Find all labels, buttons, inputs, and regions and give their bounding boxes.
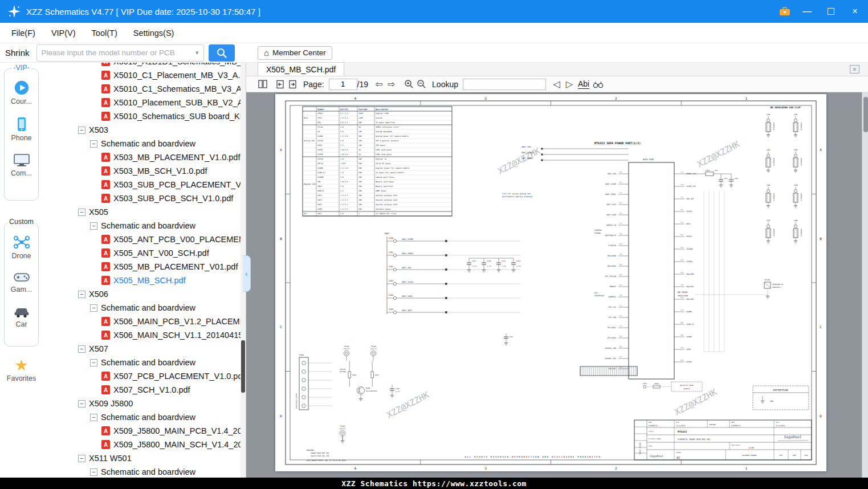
- menu-item-filef[interactable]: File(F): [3, 28, 43, 38]
- svg-text:XZZ@XZZHK: XZZ@XZZHK: [673, 387, 719, 418]
- svg-text:Z104: Z104: [389, 294, 393, 296]
- svg-text:VBAT_VUSB: VBAT_VUSB: [606, 214, 616, 216]
- tree-item-pdf[interactable]: AX5010_A1B1D1_Schematics_MB_V...: [43, 63, 246, 68]
- close-tab-icon[interactable]: ✕: [850, 65, 859, 74]
- tree-item-folder[interactable]: −X503: [43, 123, 246, 137]
- collapse-icon[interactable]: −: [78, 400, 85, 408]
- svg-text:1.2~1.8: 1.2~1.8: [340, 167, 348, 169]
- svg-text:F11: F11: [680, 172, 683, 173]
- collapse-icon[interactable]: −: [78, 291, 85, 298]
- tree-scrollbar-thumb[interactable]: [241, 340, 245, 393]
- tree-item-pdf[interactable]: AX503_SUB_PCB_PLACEMENT_V1.0: [43, 178, 246, 191]
- viewer-scrollbar[interactable]: [862, 92, 868, 478]
- search-button[interactable]: [209, 44, 235, 62]
- tree-item-pdf[interactable]: AX506_MAIN_SCH_V1.1_20140415_: [43, 328, 246, 342]
- lookup-input[interactable]: [463, 79, 546, 90]
- tree-item-pdf[interactable]: AX505_MB_SCH.pdf: [43, 274, 246, 287]
- match-case-button[interactable]: Abi: [578, 80, 589, 89]
- tree-item-pdf[interactable]: AX5010_Placement_SUB_KB_V2_A.p: [43, 96, 246, 109]
- vip-briefcase-icon[interactable]: [779, 6, 790, 17]
- tree-item-pdf[interactable]: AX5010_C1_Schematics_MB_V3_A.p: [43, 82, 246, 96]
- tree-item-pdf[interactable]: AX509_J5800_MAIN_PCB_V1.4_2015: [43, 424, 246, 438]
- svg-text:4.7uF: 4.7uF: [487, 265, 491, 267]
- close-button[interactable]: ×: [847, 4, 862, 19]
- viewer-scrollbar-thumb[interactable]: [863, 97, 868, 132]
- svg-text:RTC_32K1V8: RTC_32K1V8: [605, 275, 616, 278]
- zoom-in-icon[interactable]: [402, 78, 415, 91]
- tree-item-folder[interactable]: −X507: [43, 342, 246, 356]
- tree-item-folder[interactable]: −Schematic and boardview: [43, 137, 246, 150]
- zoom-out-icon[interactable]: [415, 78, 427, 91]
- panel-collapse-handle[interactable]: ‹: [243, 255, 251, 292]
- tree-item-folder[interactable]: −Schematic and boardview: [43, 465, 246, 478]
- collapse-icon[interactable]: −: [90, 140, 97, 148]
- tree-item-folder[interactable]: −Schematic and boardview: [43, 410, 246, 424]
- find-next-icon[interactable]: ▷: [563, 78, 576, 91]
- tree-item-folder[interactable]: −Schematic and boardview: [43, 356, 246, 369]
- model-search-input[interactable]: [42, 48, 193, 57]
- document-tab[interactable]: X505_MB_SCH.pdf: [258, 62, 344, 76]
- collapse-icon[interactable]: −: [78, 127, 85, 134]
- tree-item-pdf[interactable]: AX509_J5800_MAIN_SCH_V1.4_2015: [43, 438, 246, 451]
- model-search-combobox[interactable]: ▾: [36, 44, 204, 62]
- sidebar-item-phone[interactable]: Phone: [5, 116, 38, 142]
- sidebar-item-favorites[interactable]: ★ Favorites: [0, 358, 43, 382]
- binoculars-icon[interactable]: [592, 78, 604, 91]
- tree-item-pdf[interactable]: AX5010_C1_Placement_MB_V3_A.p...: [43, 68, 246, 82]
- collapse-icon[interactable]: −: [90, 359, 97, 366]
- tree-item-pdf[interactable]: AX507_PCB_PLACEMENT_V1.0.pdf: [43, 369, 246, 383]
- tree-item-folder[interactable]: −Schematic and boardview: [43, 219, 246, 233]
- svg-text:VMC: VMC: [317, 181, 321, 183]
- svg-text:DOCUMENT NUMBER: DOCUMENT NUMBER: [742, 454, 757, 457]
- tree-item-pdf[interactable]: AX505_ANT_PCB_V00_PLACEMENT: [43, 233, 246, 246]
- page-forward-icon[interactable]: [286, 78, 299, 91]
- tree-item-pdf[interactable]: AX506_MAIN_PCB_V1.2_PLACEMEN: [43, 315, 246, 328]
- previous-page-icon[interactable]: ⇦: [373, 78, 385, 91]
- sidebar-item-drone[interactable]: Drone: [5, 234, 38, 260]
- collapse-icon[interactable]: −: [78, 455, 85, 462]
- collapse-icon[interactable]: −: [78, 209, 85, 216]
- sidebar-item-car[interactable]: Car: [5, 305, 38, 328]
- page-number-input[interactable]: [329, 79, 357, 90]
- sidebar-item-game[interactable]: Gam...: [5, 271, 38, 294]
- collapse-icon[interactable]: −: [90, 222, 97, 230]
- svg-text:ENLLED2: ENLLED2: [686, 298, 694, 300]
- member-center-button[interactable]: ⌂ Member Center: [258, 46, 332, 60]
- tree-item-pdf[interactable]: AX5010_Schematics_SUB board_KB: [43, 109, 246, 123]
- two-page-view-icon[interactable]: [256, 78, 269, 91]
- collapse-icon[interactable]: −: [78, 345, 85, 353]
- menu-item-vipv[interactable]: VIP(V): [43, 28, 84, 38]
- tree-item-folder[interactable]: −X511 W501: [43, 451, 246, 465]
- tree-item-folder[interactable]: −X505: [43, 205, 246, 219]
- tree-item-folder[interactable]: −X506: [43, 287, 246, 301]
- tree-item-folder[interactable]: −X509 J5800: [43, 397, 246, 410]
- collapse-icon[interactable]: −: [90, 468, 97, 476]
- svg-text:KPLED: KPLED: [686, 235, 692, 238]
- collapse-icon[interactable]: −: [90, 304, 97, 312]
- tree-item-pdf[interactable]: AX505_ANT_V00_SCH.pdf: [43, 246, 246, 260]
- svg-text:IO power for camera module: IO power for camera module: [376, 172, 404, 174]
- tree-item-pdf[interactable]: AX503_SUB_PCB_SCH_V1.0.pdf: [43, 191, 246, 205]
- shrink-button[interactable]: Shrink: [5, 48, 30, 58]
- tree-item-pdf[interactable]: AX505_MB_PLACEMENT_V01.pdf: [43, 260, 246, 274]
- sidebar-item-computer[interactable]: Com...: [5, 153, 38, 177]
- titlebar[interactable]: XZZ Schematics V4.77 [ VIP Due date: 202…: [0, 0, 868, 23]
- maximize-button[interactable]: [824, 4, 838, 19]
- pdf-page[interactable]: 44332211AABBCCDDXZZ@XZZHKXZZ@XZZHKXZZ@XZ…: [275, 94, 826, 471]
- chevron-down-icon[interactable]: ▾: [195, 49, 199, 56]
- pdf-canvas[interactable]: 44332211AABBCCDDXZZ@XZZHKXZZ@XZZHKXZZ@XZ…: [246, 92, 868, 478]
- svg-text:VBAT_VPROC: VBAT_VPROC: [521, 157, 533, 160]
- tree-item-pdf[interactable]: AX507_SCH_V1.0.pdf: [43, 383, 246, 397]
- menu-item-toolt[interactable]: Tool(T): [84, 28, 125, 38]
- find-previous-icon[interactable]: ◁: [551, 78, 563, 91]
- minimize-button[interactable]: —: [800, 4, 814, 19]
- page-back-icon[interactable]: [274, 78, 286, 91]
- next-page-icon[interactable]: ⇨: [385, 78, 398, 91]
- sidebar-item-course[interactable]: Cour...: [5, 80, 38, 105]
- tree-item-pdf[interactable]: AX503_MB_SCH_V1.0.pdf: [43, 164, 246, 178]
- menu-item-settingss[interactable]: Settings(S): [125, 28, 182, 38]
- tree-item-pdf[interactable]: AX503_MB_PLACEMENT_V1.0.pdf: [43, 150, 246, 164]
- collapse-icon[interactable]: −: [90, 414, 97, 421]
- svg-text:USB power: USB power: [376, 144, 385, 146]
- tree-item-folder[interactable]: −Schematic and boardview: [43, 301, 246, 315]
